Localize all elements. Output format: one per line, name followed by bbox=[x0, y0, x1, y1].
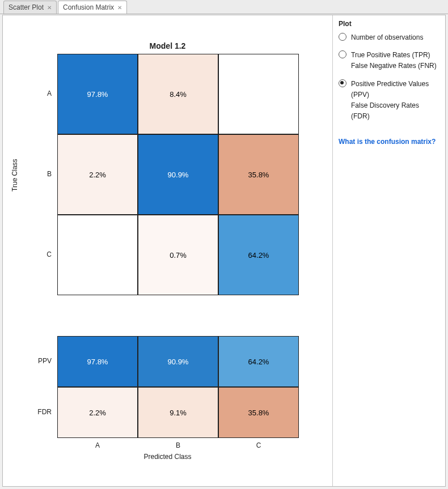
col-label: A bbox=[57, 441, 138, 449]
tab-scatter-plot[interactable]: Scatter Plot ✕ bbox=[3, 1, 57, 14]
summary-cell: 97.8% bbox=[57, 336, 138, 387]
option-line: True Positive Rates (TPR) bbox=[351, 50, 437, 61]
tab-label: Confusion Matrix bbox=[63, 3, 114, 11]
side-heading: Plot bbox=[339, 20, 439, 28]
matrix-cell: 0.7% bbox=[138, 215, 218, 295]
row-label: C bbox=[29, 250, 52, 258]
option-labels: Positive Predictive Values (PPV)False Di… bbox=[351, 79, 439, 122]
matrix-cell: 64.2% bbox=[218, 215, 299, 295]
side-panel: Plot Number of observationsTrue Positive… bbox=[333, 15, 445, 486]
radio-icon bbox=[339, 33, 346, 41]
option-labels: Number of observations bbox=[351, 32, 423, 43]
col-label: B bbox=[138, 441, 218, 449]
col-label: C bbox=[218, 441, 299, 449]
option-labels: True Positive Rates (TPR)False Negative … bbox=[351, 50, 437, 71]
plot-panel: Model 1.2 True Class Predicted Class 97.… bbox=[3, 15, 333, 486]
row-label: A bbox=[29, 90, 52, 97]
matrix-cell: 97.8% bbox=[57, 54, 138, 134]
matrix-cell: 8.4% bbox=[138, 54, 218, 134]
matrix-cell bbox=[218, 54, 299, 134]
option-line: False Negative Rates (FNR) bbox=[351, 61, 437, 71]
x-axis-label: Predicted Class bbox=[3, 453, 332, 464]
tab-bar: Scatter Plot ✕ Confusion Matrix ✕ bbox=[0, 0, 448, 14]
summary-row-label: PPV bbox=[29, 357, 52, 365]
tab-confusion-matrix[interactable]: Confusion Matrix ✕ bbox=[58, 1, 127, 14]
option-line: False Discovery Rates (FDR) bbox=[351, 100, 439, 122]
summary-cell: 64.2% bbox=[218, 336, 299, 387]
summary-cell: 90.9% bbox=[138, 336, 218, 387]
y-axis-label: True Class bbox=[11, 159, 19, 192]
plot-option-2[interactable]: Positive Predictive Values (PPV)False Di… bbox=[339, 79, 439, 122]
content-area: Model 1.2 True Class Predicted Class 97.… bbox=[2, 15, 446, 487]
summary-cell: 9.1% bbox=[138, 387, 218, 438]
summary-cell: 35.8% bbox=[218, 387, 299, 438]
radio-icon bbox=[339, 79, 346, 87]
summary-row-label: FDR bbox=[29, 408, 52, 416]
matrix-cell: 90.9% bbox=[138, 134, 218, 215]
option-line: Number of observations bbox=[351, 32, 423, 43]
plot-option-1[interactable]: True Positive Rates (TPR)False Negative … bbox=[339, 50, 439, 71]
matrix-cell: 35.8% bbox=[218, 134, 299, 215]
matrix-cell: 2.2% bbox=[57, 134, 138, 215]
row-label: B bbox=[29, 170, 52, 178]
plot-title: Model 1.2 bbox=[3, 41, 332, 50]
option-line: Positive Predictive Values (PPV) bbox=[351, 79, 439, 100]
close-icon[interactable]: ✕ bbox=[47, 5, 52, 11]
help-link[interactable]: What is the confusion matrix? bbox=[339, 138, 436, 146]
tab-label: Scatter Plot bbox=[9, 3, 44, 11]
plot-option-0[interactable]: Number of observations bbox=[339, 32, 439, 43]
summary-cell: 2.2% bbox=[57, 387, 138, 438]
radio-icon bbox=[339, 50, 346, 58]
matrix-cell bbox=[57, 215, 138, 295]
close-icon[interactable]: ✕ bbox=[117, 5, 122, 11]
